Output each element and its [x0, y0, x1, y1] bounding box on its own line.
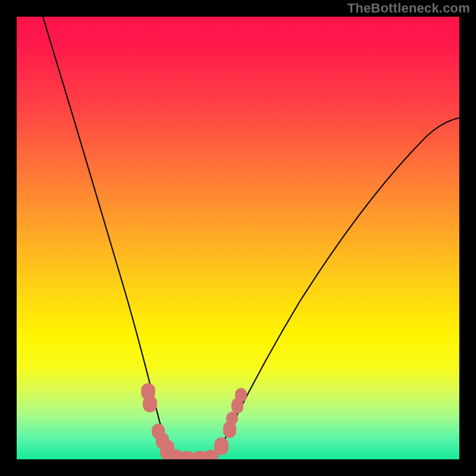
chart-stage: TheBottleneck.com: [0, 0, 476, 476]
watermark-text: TheBottleneck.com: [347, 1, 470, 16]
curve-marker-9: [214, 437, 228, 455]
curve-marker-11: [226, 412, 238, 425]
right-branch-line: [214, 118, 459, 459]
plot-area: [17, 17, 459, 459]
curve-marker-1: [143, 396, 157, 412]
curve-marker-13: [235, 388, 247, 402]
